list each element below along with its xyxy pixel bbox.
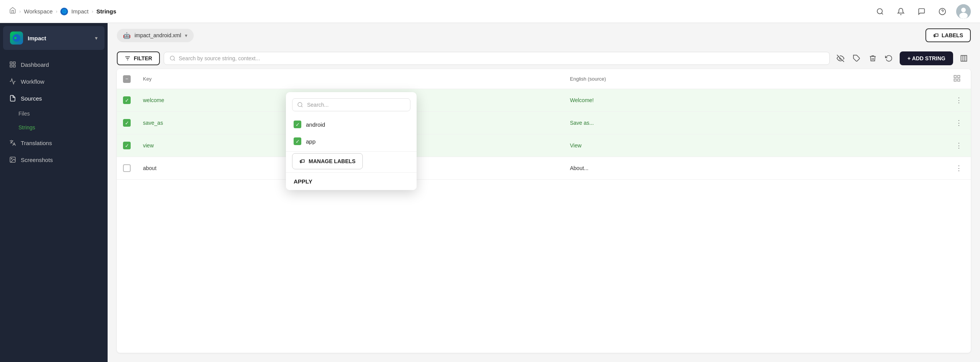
notifications-button[interactable]: [894, 5, 908, 18]
svg-point-6: [959, 13, 968, 19]
search-bar[interactable]: Search by source string, context...: [164, 52, 830, 65]
project-chevron-icon: ▾: [95, 35, 98, 41]
sidebar-item-dashboard-label: Dashboard: [21, 61, 49, 68]
svg-rect-25: [954, 76, 957, 78]
svg-rect-28: [958, 79, 960, 81]
svg-rect-22: [961, 56, 967, 61]
row-checkbox-about[interactable]: [117, 157, 137, 180]
sidebar-item-workflow[interactable]: Workflow: [0, 73, 108, 90]
breadcrumb-project[interactable]: Impact: [71, 8, 88, 15]
row-english-save-as: Save as...: [564, 112, 947, 134]
help-button[interactable]: [935, 5, 949, 18]
app-body: Impact ▾ Dashboard Workflow Sources File…: [0, 23, 980, 362]
row-checkbox-welcome[interactable]: ✓: [117, 89, 137, 112]
dropdown-label-android: android: [306, 121, 325, 128]
chat-button[interactable]: [915, 5, 929, 18]
file-selector[interactable]: 🤖 impact_android.xml ▾: [117, 29, 194, 42]
sidebar-item-files[interactable]: Files: [0, 107, 108, 121]
dropdown-item-android[interactable]: ✓ android: [286, 116, 417, 133]
sidebar-item-sources-label: Sources: [21, 95, 42, 102]
manage-labels-button[interactable]: 🏷 MANAGE LABELS: [292, 153, 363, 169]
labels-dropdown: Search... ✓ android ✓ app 🏷 MANAGE LABEL…: [286, 92, 417, 190]
dropdown-item-app[interactable]: ✓ app: [286, 133, 417, 150]
top-header: › Workspace › 🌐 Impact › Strings: [0, 0, 980, 23]
table-row: ✓ welcome Welcome! ⋮: [117, 89, 971, 112]
svg-point-8: [14, 37, 17, 39]
select-all-checkbox[interactable]: −: [123, 75, 131, 83]
add-string-label: + ADD STRING: [907, 55, 945, 61]
th-english: English (source): [564, 69, 947, 89]
project-name: Impact: [28, 35, 90, 41]
row-checkbox-view[interactable]: ✓: [117, 134, 137, 157]
sidebar-item-files-label: Files: [18, 111, 30, 117]
project-icon: [10, 31, 23, 45]
svg-rect-11: [10, 65, 12, 67]
refresh-button[interactable]: [882, 51, 896, 65]
label-button[interactable]: [850, 51, 864, 65]
labels-button[interactable]: 🏷 LABELS: [925, 28, 971, 42]
row-english-view: View: [564, 134, 947, 157]
add-string-button[interactable]: + ADD STRING: [900, 51, 953, 65]
strings-table-container: − Key English (source) ✓: [117, 69, 971, 353]
row-more-save-as[interactable]: ⋮: [953, 117, 965, 129]
svg-rect-12: [13, 65, 15, 67]
breadcrumb-sep-2: ›: [56, 8, 57, 14]
svg-line-30: [301, 106, 302, 107]
row-more-welcome[interactable]: ⋮: [953, 94, 965, 106]
dropdown-search-bar[interactable]: Search...: [292, 98, 410, 111]
hide-button[interactable]: [834, 51, 847, 65]
toolbar: FILTER Search by source string, context.…: [108, 48, 980, 69]
dropdown-checkbox-android[interactable]: ✓: [294, 121, 301, 128]
apply-button[interactable]: APPLY: [286, 172, 417, 190]
table-row: ✓ save_as Save as... ⋮: [117, 112, 971, 134]
svg-line-19: [174, 60, 175, 61]
row-more-view[interactable]: ⋮: [953, 140, 965, 151]
sidebar-item-dashboard[interactable]: Dashboard: [0, 56, 108, 73]
columns-button[interactable]: [957, 51, 971, 65]
labels-button-label: LABELS: [942, 32, 963, 38]
user-avatar[interactable]: [956, 4, 971, 19]
file-name: impact_android.xml: [135, 32, 181, 38]
delete-button[interactable]: [866, 51, 880, 65]
breadcrumb: › Workspace › 🌐 Impact › Strings: [9, 7, 873, 16]
manage-labels-label: MANAGE LABELS: [309, 158, 355, 164]
sidebar-item-strings-label: Strings: [18, 124, 35, 131]
breadcrumb-sep-3: ›: [91, 8, 93, 14]
th-key: Key: [137, 69, 564, 89]
table-row: about About... ⋮: [117, 157, 971, 180]
search-button[interactable]: [873, 5, 887, 18]
dropdown-divider: [286, 151, 417, 152]
svg-rect-10: [13, 62, 15, 64]
svg-rect-26: [958, 76, 960, 78]
svg-line-1: [882, 13, 883, 14]
filter-label: FILTER: [134, 55, 152, 61]
sidebar-item-screenshots[interactable]: Screenshots: [0, 151, 108, 168]
sidebar-nav: Dashboard Workflow Sources Files Strings…: [0, 53, 108, 171]
row-english-about: About...: [564, 157, 947, 180]
android-file-icon: 🤖: [123, 32, 131, 39]
manage-labels-icon: 🏷: [299, 158, 305, 164]
svg-point-18: [170, 56, 174, 60]
breadcrumb-sep-1: ›: [19, 8, 21, 14]
breadcrumb-workspace[interactable]: Workspace: [24, 8, 53, 15]
sidebar: Impact ▾ Dashboard Workflow Sources File…: [0, 23, 108, 362]
file-bar: 🤖 impact_android.xml ▾ 🏷 LABELS: [108, 23, 980, 48]
home-icon[interactable]: [9, 7, 16, 16]
row-checkbox-save-as[interactable]: ✓: [117, 112, 137, 134]
project-selector[interactable]: Impact ▾: [3, 26, 105, 50]
svg-point-0: [877, 8, 882, 13]
sidebar-item-sources[interactable]: Sources: [0, 90, 108, 107]
th-more: [947, 69, 971, 89]
row-more-about[interactable]: ⋮: [953, 162, 965, 174]
sidebar-item-workflow-label: Workflow: [21, 78, 44, 85]
labels-tag-icon: 🏷: [933, 32, 938, 38]
dropdown-label-app: app: [306, 138, 316, 145]
dropdown-search-placeholder: Search...: [307, 102, 329, 108]
filter-button[interactable]: FILTER: [117, 51, 160, 65]
header-icons: [873, 4, 971, 19]
toolbar-icons: [834, 51, 896, 65]
dropdown-checkbox-app[interactable]: ✓: [294, 137, 301, 145]
sidebar-item-strings[interactable]: Strings: [0, 121, 108, 134]
sidebar-item-translations[interactable]: Translations: [0, 134, 108, 151]
svg-point-29: [298, 102, 302, 107]
